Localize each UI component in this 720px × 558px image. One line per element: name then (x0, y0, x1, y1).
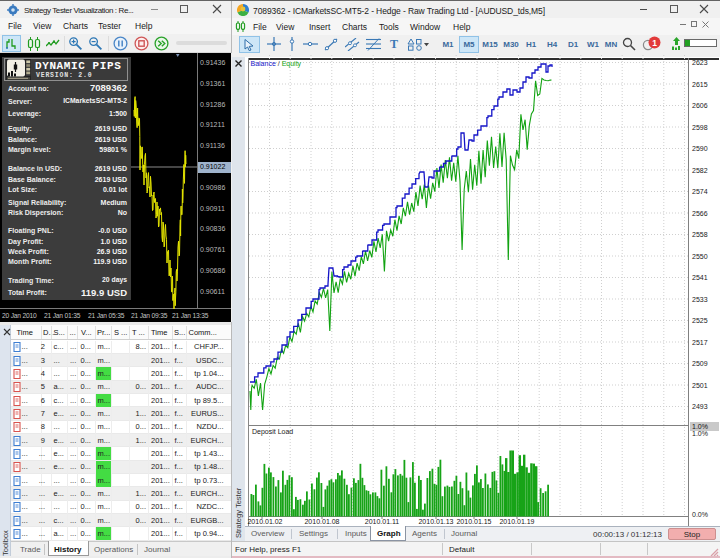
svg-text:1: 1 (652, 38, 657, 48)
